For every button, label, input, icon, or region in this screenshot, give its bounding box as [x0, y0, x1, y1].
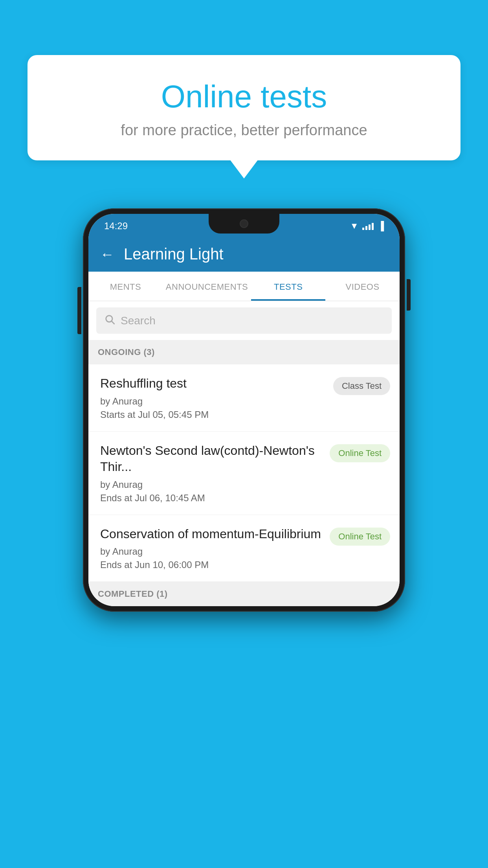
tab-announcements[interactable]: ANNOUNCEMENTS [163, 272, 251, 301]
search-container: Search [88, 301, 400, 340]
phone-screen: 14:29 ▼ ▐ ← Learning Light [88, 214, 400, 606]
ongoing-section-header: ONGOING (3) [88, 340, 400, 364]
test-author-2: by Anurag [100, 479, 322, 490]
tab-ments[interactable]: MENTS [88, 272, 163, 301]
status-icons: ▼ ▐ [350, 221, 384, 231]
phone-frame: 14:29 ▼ ▐ ← Learning Light [83, 208, 405, 612]
battery-icon: ▐ [378, 221, 384, 231]
app-header: ← Learning Light [88, 237, 400, 272]
speech-bubble-title: Online tests [47, 79, 441, 115]
test-item[interactable]: Conservation of momentum-Equilibrium by … [88, 515, 400, 582]
test-author-3: by Anurag [100, 546, 322, 557]
tab-videos[interactable]: VIDEOS [325, 272, 400, 301]
test-name-2: Newton's Second law(contd)-Newton's Thir… [100, 443, 322, 475]
phone-camera [240, 219, 248, 228]
tab-tests[interactable]: TESTS [251, 272, 325, 301]
test-date-1: Starts at Jul 05, 05:45 PM [100, 409, 325, 420]
test-info-2: Newton's Second law(contd)-Newton's Thir… [100, 443, 322, 504]
test-badge-1: Class Test [333, 377, 390, 395]
search-box[interactable]: Search [96, 307, 392, 334]
phone-notch [209, 214, 279, 234]
test-date-3: Ends at Jun 10, 06:00 PM [100, 559, 322, 570]
test-info-3: Conservation of momentum-Equilibrium by … [100, 526, 322, 571]
test-name-1: Reshuffling test [100, 375, 325, 392]
status-time: 14:29 [104, 221, 128, 232]
tabs-bar: MENTS ANNOUNCEMENTS TESTS VIDEOS [88, 272, 400, 301]
speech-bubble-container: Online tests for more practice, better p… [28, 55, 460, 160]
completed-section-header: COMPLETED (1) [88, 582, 400, 606]
test-list: Reshuffling test by Anurag Starts at Jul… [88, 364, 400, 582]
test-author-1: by Anurag [100, 396, 325, 407]
test-info-1: Reshuffling test by Anurag Starts at Jul… [100, 375, 325, 420]
test-date-2: Ends at Jul 06, 10:45 AM [100, 493, 322, 504]
test-badge-2: Online Test [330, 444, 390, 462]
search-placeholder: Search [121, 314, 156, 327]
svg-line-1 [112, 321, 114, 324]
speech-bubble: Online tests for more practice, better p… [28, 55, 460, 160]
signal-icon [362, 222, 374, 230]
wifi-icon: ▼ [350, 221, 359, 231]
speech-bubble-subtitle: for more practice, better performance [47, 122, 441, 139]
phone-container: 14:29 ▼ ▐ ← Learning Light [83, 208, 405, 612]
back-button[interactable]: ← [100, 247, 114, 261]
test-item[interactable]: Newton's Second law(contd)-Newton's Thir… [88, 432, 400, 515]
test-badge-3: Online Test [330, 528, 390, 546]
search-icon [104, 314, 115, 327]
test-name-3: Conservation of momentum-Equilibrium [100, 526, 322, 542]
app-title: Learning Light [124, 245, 224, 263]
test-item[interactable]: Reshuffling test by Anurag Starts at Jul… [88, 364, 400, 432]
